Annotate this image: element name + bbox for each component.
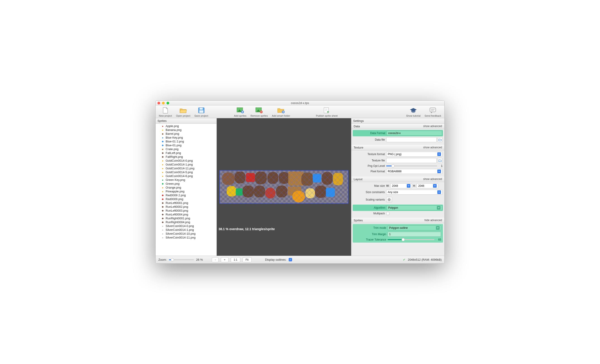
list-item[interactable]: ●Apple.png [156, 124, 216, 128]
svg-line-17 [388, 199, 388, 199]
list-item[interactable]: ●GoldCoin0014-6.png [156, 174, 216, 178]
list-item[interactable]: ◆RunLeft0001.png [156, 201, 216, 205]
list-item[interactable]: ●GoldCoin0014-1.png [156, 163, 216, 166]
list-item[interactable]: ◆Blue-01.png [156, 143, 216, 147]
zoom-actual-button[interactable]: 1:1 [231, 257, 241, 262]
list-item[interactable]: ◆Blue-01 2.png [156, 139, 216, 143]
svg-rect-11 [430, 108, 436, 112]
sprite-icon: ● [161, 163, 164, 166]
save-project-button[interactable]: Save project [193, 107, 209, 117]
sprite-label: RunLeft0003.png [166, 209, 188, 212]
browse-file-button[interactable] [438, 137, 442, 142]
remove-sprites-button[interactable]: Remove sprites [249, 107, 269, 117]
list-item[interactable]: ◆RunLeft0004.png [156, 212, 216, 216]
list-item[interactable]: ◆Red0009 2.png [156, 193, 216, 197]
list-item[interactable]: ■Barrel.png [156, 132, 216, 136]
multipack-checkbox[interactable] [386, 212, 389, 215]
zoom-fit-button[interactable]: Fit [243, 257, 251, 262]
sprites-section-header: Sprites hide advanced [351, 218, 444, 223]
sprite-label: Apple.png [166, 124, 179, 128]
list-item[interactable]: ◆RunRight0001.png [156, 216, 216, 220]
trim-mode-select[interactable]: Polygon outline [388, 225, 441, 230]
list-item[interactable]: ●Green Key.png [156, 178, 216, 182]
chevron-down-icon [437, 152, 441, 156]
list-item[interactable]: ◆Green.png [156, 182, 216, 186]
pixel-format-select[interactable]: RGBA8888 [386, 169, 442, 174]
open-project-button[interactable]: Open project [175, 107, 192, 117]
sprite-icon: ● [161, 225, 164, 228]
sprite-label: GoldCoin0014-11.png [166, 167, 194, 170]
show-advanced-link[interactable]: show advanced [423, 125, 442, 128]
zoom-slider[interactable] [169, 259, 194, 260]
list-item[interactable]: ◆Red0009.png [156, 197, 216, 201]
sprite-label: GoldCoin0014-6.png [166, 174, 193, 178]
zoom-out-button[interactable]: - [212, 257, 219, 262]
list-item[interactable]: ●GoldCoin0014-0.png [156, 159, 216, 163]
list-item[interactable]: ●GoldCoin0014-5.png [156, 170, 216, 174]
show-advanced-link[interactable]: show advanced [423, 146, 442, 149]
svg-line-20 [390, 199, 390, 199]
display-outlines-checkbox[interactable]: ✓ [289, 258, 292, 261]
panel-title: Settings [353, 119, 364, 123]
list-item[interactable]: ●SilverCoin0014-10.png [156, 232, 216, 236]
texture-file-input[interactable] [386, 158, 437, 163]
zoom-in-button[interactable]: + [221, 257, 228, 262]
add-sprites-button[interactable]: Add sprites [233, 107, 248, 117]
tracer-tolerance-value: 65 [435, 238, 441, 241]
sprite-icon: ◆ [161, 217, 164, 220]
toolbar-label: Add smart folder [272, 114, 290, 117]
sprite-label: Pineapple.png [166, 190, 184, 193]
hide-advanced-link[interactable]: hide advanced [424, 219, 442, 222]
check-icon: ✔ [403, 258, 405, 261]
chat-icon [429, 107, 437, 114]
trim-margin-input[interactable]: 1 [388, 232, 441, 237]
texture-format-select[interactable]: PNG (.png) [386, 152, 442, 157]
max-height-select[interactable]: 2048 [416, 183, 438, 188]
list-item[interactable]: ◆RunLeft0003.png [156, 209, 216, 212]
sprite-list[interactable]: ●Apple.png●Banana.png■Barrel.png●Blue Ke… [156, 124, 216, 256]
show-advanced-link[interactable]: show advanced [423, 177, 442, 181]
size-constraints-select[interactable]: Any size [386, 190, 442, 195]
add-smart-folder-button[interactable]: Add smart folder [271, 107, 292, 117]
list-item[interactable]: ◆FallLeft.png [156, 151, 216, 155]
sprite-sheet-preview [219, 170, 348, 204]
scaling-variants-button[interactable] [386, 197, 392, 202]
sprite-icon: ● [161, 232, 164, 235]
show-tutorial-button[interactable]: Show tutorial [405, 107, 422, 117]
list-item[interactable]: ●Banana.png [156, 128, 216, 132]
list-item[interactable]: ◆RunLeft0002.png [156, 205, 216, 209]
list-item[interactable]: ◆FallRight.png [156, 155, 216, 159]
list-item[interactable]: ◆RunRight0004.png [156, 220, 216, 224]
publish-button[interactable]: Publish sprite sheet [314, 107, 339, 117]
sprite-icon: ◆ [161, 221, 164, 224]
sprite-label: Crate.png [166, 147, 178, 151]
chevron-down-icon [407, 184, 410, 188]
max-width-select[interactable]: 2048 [390, 183, 412, 188]
sprite-icon: ● [161, 236, 164, 239]
list-item[interactable]: ●SilverCoin0014-11.png [156, 236, 216, 239]
data-file-input[interactable] [386, 137, 437, 142]
tracer-tolerance-label: Tracer Tolerance [355, 238, 386, 241]
png-opt-slider[interactable] [386, 165, 437, 166]
sprite-label: RunRight0004.png [166, 220, 190, 224]
browse-file-button[interactable] [438, 158, 442, 163]
list-item[interactable]: ●Orange.png [156, 186, 216, 190]
send-feedback-button[interactable]: Send feedback [423, 107, 442, 117]
sprite-label: Blue-01 2.png [166, 140, 184, 143]
list-item[interactable]: ●SilverCoin0014-1.png [156, 228, 216, 232]
list-item[interactable]: ●SilverCoin0014-0.png [156, 224, 216, 228]
new-project-button[interactable]: New project [158, 107, 173, 117]
list-item[interactable]: ■Crate.png [156, 147, 216, 151]
sprite-icon: ● [161, 159, 164, 162]
texture-format-label: Texture format [353, 153, 385, 156]
sprite-label: Orange.png [166, 186, 181, 189]
list-item[interactable]: ●Blue Key.png [156, 136, 216, 139]
sprite-icon: ◆ [161, 144, 164, 147]
canvas-viewport[interactable]: 38.1 % overdraw, 12.1 triangles/sprite [217, 118, 351, 256]
algorithm-select[interactable]: Polygon [387, 205, 442, 210]
data-format-select[interactable]: cocos2d-x [387, 131, 442, 136]
list-item[interactable]: ●Pineapple.png [156, 190, 216, 193]
list-item[interactable]: ●GoldCoin0014-11.png [156, 166, 216, 170]
width-label: W: [386, 184, 389, 187]
tracer-tolerance-slider[interactable] [388, 239, 434, 240]
